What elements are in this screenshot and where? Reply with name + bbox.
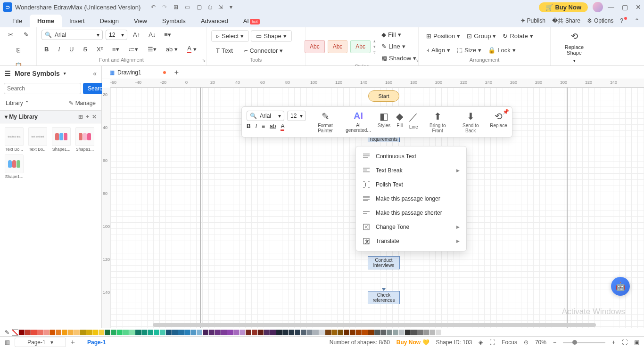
color-swatch[interactable]	[301, 330, 306, 335]
close-icon[interactable]: ✕	[636, 3, 641, 11]
color-swatch[interactable]	[258, 330, 264, 335]
flowchart-check[interactable]: Check references	[368, 291, 400, 304]
mini-fontcolor-icon[interactable]: A	[281, 123, 284, 129]
mini-align-icon[interactable]: ≡	[262, 123, 265, 129]
color-swatch[interactable]	[246, 330, 251, 335]
align-button[interactable]: ⫞ Align▾	[423, 45, 453, 56]
canvas[interactable]: Start requirements Conduct interviews Ch…	[110, 88, 644, 328]
color-swatch[interactable]	[25, 330, 31, 335]
zoom-in-icon[interactable]: +	[612, 339, 615, 346]
color-swatch[interactable]	[319, 330, 325, 335]
color-swatch[interactable]	[233, 330, 239, 335]
list-item[interactable]: text text textText Bo...	[4, 127, 25, 152]
color-swatch[interactable]	[123, 330, 129, 335]
style-preset-1[interactable]: Abc	[305, 40, 325, 53]
list-item[interactable]: Shape1...	[51, 127, 72, 152]
color-swatch[interactable]	[37, 330, 43, 335]
mini-ai-button[interactable]: AIAI generated...	[343, 110, 374, 134]
mylib-close-icon[interactable]: ✕	[92, 113, 97, 120]
color-swatch[interactable]	[227, 330, 233, 335]
color-swatch[interactable]	[307, 330, 313, 335]
ctx-change-tone[interactable]: Change Tone▶	[356, 220, 466, 234]
color-swatch[interactable]	[203, 330, 208, 335]
color-swatch[interactable]	[289, 330, 294, 335]
shadow-button[interactable]: ▩ Shadow ▾	[379, 53, 419, 64]
tab-design[interactable]: Design	[92, 15, 126, 27]
align-vert-icon[interactable]: ≡▾	[161, 29, 174, 40]
style-preset-3[interactable]: Abc	[350, 40, 371, 53]
fill-button[interactable]: ◆ Fill ▾	[379, 29, 419, 40]
color-swatch[interactable]	[160, 330, 165, 335]
color-swatch[interactable]	[252, 330, 257, 335]
flowchart-start[interactable]: Start	[368, 90, 399, 102]
mini-front-button[interactable]: ⬆Bring to Front	[422, 110, 453, 134]
color-swatch[interactable]	[282, 330, 288, 335]
mini-font-select[interactable]: 🔍Arial▾	[247, 111, 284, 121]
color-swatch[interactable]	[105, 330, 110, 335]
notifications-icon[interactable]: ?	[620, 17, 628, 24]
color-swatch[interactable]	[99, 330, 104, 335]
play-icon[interactable]: ⊙	[524, 339, 528, 346]
color-swatch[interactable]	[135, 330, 141, 335]
document-tab[interactable]: ▦ Drawing1	[106, 67, 170, 78]
tab-file[interactable]: File	[5, 15, 30, 27]
no-color-swatch[interactable]	[12, 329, 18, 336]
numbering-icon[interactable]: ☰▾	[145, 44, 159, 55]
bold-icon[interactable]: B	[41, 44, 51, 55]
add-page-icon[interactable]: +	[71, 338, 75, 347]
ctx-polish-text[interactable]: TPolish Text	[356, 178, 466, 192]
fullscreen-icon[interactable]: ▣	[634, 339, 639, 346]
color-swatch[interactable]	[264, 330, 270, 335]
color-swatch[interactable]	[313, 330, 319, 335]
style-preset-2[interactable]: Abc	[328, 40, 348, 53]
color-swatch[interactable]	[393, 330, 398, 335]
color-swatch[interactable]	[215, 330, 221, 335]
save-icon[interactable]: ▢	[197, 4, 202, 10]
mini-highlight-icon[interactable]: ab	[270, 123, 276, 129]
flowchart-conduct[interactable]: Conduct interviews	[368, 256, 400, 269]
mylib-header[interactable]: My Library	[9, 113, 38, 120]
color-swatch[interactable]	[117, 330, 123, 335]
manage-link[interactable]: ✎ Manage	[69, 100, 96, 106]
color-swatch[interactable]	[442, 330, 447, 335]
color-swatch[interactable]	[356, 330, 362, 335]
highlight-icon[interactable]: ab▾	[163, 44, 181, 55]
line-button[interactable]: ✎ Line ▾	[379, 41, 419, 52]
collapse-sidebar-icon[interactable]: «	[93, 70, 97, 77]
color-swatch[interactable]	[221, 330, 227, 335]
focus-icon-btn[interactable]: ⛶	[489, 339, 495, 346]
color-swatch[interactable]	[31, 330, 37, 335]
shape-tool[interactable]: ▭ Shape ▾	[251, 30, 292, 42]
color-swatch[interactable]	[129, 330, 135, 335]
color-swatch[interactable]	[178, 330, 184, 335]
tab-advanced[interactable]: Advanced	[193, 15, 236, 27]
chat-fab[interactable]: 🤖	[611, 277, 630, 296]
color-swatch[interactable]	[338, 330, 343, 335]
fit-page-icon[interactable]: ⛶	[622, 339, 627, 346]
mylib-grid-icon[interactable]: ⊞	[78, 113, 83, 120]
italic-icon[interactable]: I	[55, 44, 63, 55]
color-swatch[interactable]	[295, 330, 300, 335]
rotate-button[interactable]: ↻ Rotate▾	[500, 31, 536, 41]
color-swatch[interactable]	[19, 330, 25, 335]
status-buy-now[interactable]: Buy Now 💛	[396, 339, 429, 346]
color-swatch[interactable]	[344, 330, 349, 335]
page-list-icon[interactable]: ▥	[5, 339, 10, 346]
color-swatch[interactable]	[184, 330, 190, 335]
color-swatch[interactable]	[209, 330, 215, 335]
color-swatch[interactable]	[399, 330, 405, 335]
tab-home[interactable]: Home	[30, 15, 62, 27]
mini-italic-icon[interactable]: I	[256, 123, 257, 129]
position-button[interactable]: ⊞ Position▾	[423, 31, 463, 41]
superscript-icon[interactable]: X²	[94, 44, 106, 55]
replace-shape-button[interactable]: ⟲ Replace Shape ▾	[555, 29, 593, 65]
color-swatch[interactable]	[270, 330, 276, 335]
ctx-text-break[interactable]: Text Break▶	[356, 163, 466, 178]
decrease-font-icon[interactable]: A↓	[146, 29, 158, 40]
maximize-icon[interactable]: ▢	[622, 3, 628, 11]
qat-more-icon[interactable]: ▾	[230, 4, 232, 10]
underline-icon[interactable]: U	[66, 44, 76, 55]
color-swatch[interactable]	[56, 330, 61, 335]
select-tool[interactable]: ▹ Select ▾	[211, 30, 249, 42]
list-item[interactable]: text text textText Bo...	[27, 127, 48, 152]
